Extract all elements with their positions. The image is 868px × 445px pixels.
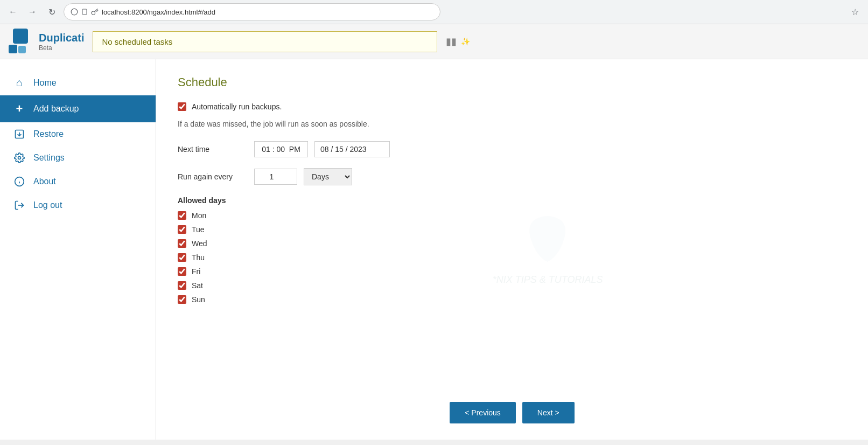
back-button[interactable]: ← [5,4,20,19]
browser-toolbar: ← → ↻ localhost:8200/ngax/index.html#/ad… [0,0,868,24]
sidebar: ⌂ Home + Add backup Restore Settings [0,59,156,440]
content-area: *NIX TIPS & TUTORIALS Schedule Automatic… [156,59,868,440]
day-label-wed: Wed [192,239,207,248]
day-checkbox-sat[interactable] [178,281,186,290]
scheduled-tasks-box: No scheduled tasks [93,31,437,52]
svg-rect-1 [82,9,87,15]
day-label-fri: Fri [192,267,200,276]
day-checkbox-fri[interactable] [178,267,186,276]
sidebar-item-about[interactable]: About [0,170,156,193]
logo-text: Duplicati Beta [39,32,84,52]
sidebar-item-home[interactable]: ⌂ Home [0,70,156,95]
reload-button[interactable]: ↻ [44,4,59,19]
auto-run-section: Automatically run backups. If a date was… [178,102,846,128]
day-row-thu: Thu [178,253,846,262]
sidebar-item-restore-label: Restore [33,129,64,139]
app-container: Duplicati Beta No scheduled tasks ▮▮ ✨ ⌂… [0,24,868,440]
page-icon [81,8,88,16]
logo-square-small-1 [9,45,17,53]
logo-square-small-2 [18,46,26,53]
sidebar-item-add-backup[interactable]: + Add backup [0,95,156,122]
next-time-label: Next time [178,145,248,154]
app-subtitle: Beta [39,44,84,52]
spinner-icon: ✨ [461,37,470,46]
day-row-sat: Sat [178,281,846,290]
day-row-fri: Fri [178,267,846,276]
day-row-wed: Wed [178,239,846,248]
sidebar-item-logout[interactable]: Log out [0,193,156,217]
day-label-mon: Mon [192,211,206,220]
next-button[interactable]: Next > [522,402,575,423]
day-label-sat: Sat [192,281,203,290]
run-again-label: Run again every [178,172,248,181]
address-bar: localhost:8200/ngax/index.html#/add [64,3,440,20]
add-icon: + [13,102,26,116]
sidebar-item-settings[interactable]: Settings [0,146,156,170]
page-title: Schedule [178,75,846,89]
about-icon [13,176,26,187]
auto-run-label: Automatically run backups. [192,102,282,111]
sidebar-item-settings-label: Settings [33,153,65,163]
day-label-thu: Thu [192,253,205,262]
day-checkbox-mon[interactable] [178,211,186,220]
day-checkbox-sun[interactable] [178,295,186,304]
top-bar: Duplicati Beta No scheduled tasks ▮▮ ✨ [0,24,868,59]
date-input[interactable] [314,141,390,157]
day-row-sun: Sun [178,295,846,304]
security-icon [71,8,78,16]
key-icon [91,8,99,16]
sidebar-item-logout-label: Log out [33,200,62,210]
settings-icon [13,152,26,163]
next-time-row: Next time [178,141,846,157]
period-select[interactable]: Days Hours Weeks Months [304,168,352,185]
auto-run-row: Automatically run backups. [178,102,846,111]
day-label-tue: Tue [192,225,205,234]
bookmark-button[interactable]: ☆ [848,4,863,19]
sidebar-item-about-label: About [33,177,56,186]
url-text: localhost:8200/ngax/index.html#/add [102,8,433,16]
day-checkbox-thu[interactable] [178,253,186,262]
pause-icon[interactable]: ▮▮ [446,36,457,47]
day-checkbox-tue[interactable] [178,225,186,234]
interval-input[interactable] [254,169,297,185]
sidebar-item-home-label: Home [33,78,57,88]
top-bar-controls: ▮▮ ✨ [446,36,470,47]
logo-square-big [13,29,28,44]
day-row-tue: Tue [178,225,846,234]
logo-icon [9,29,34,54]
time-input[interactable] [254,141,308,157]
allowed-days-label: Allowed days [178,196,846,205]
app-name: Duplicati [39,32,84,44]
sidebar-item-add-backup-label: Add backup [33,104,79,114]
logo-area: Duplicati Beta [9,29,84,54]
allowed-days-section: Allowed days Mon Tue Wed Thu [178,196,846,304]
previous-button[interactable]: < Previous [450,402,516,423]
scheduled-tasks-text: No scheduled tasks [102,37,172,46]
day-row-mon: Mon [178,211,846,220]
run-again-row: Run again every Days Hours Weeks Months [178,168,846,185]
sidebar-item-restore[interactable]: Restore [0,122,156,146]
footer-buttons: < Previous Next > [156,402,868,423]
browser-chrome: ← → ↻ localhost:8200/ngax/index.html#/ad… [0,0,868,24]
restore-icon [13,129,26,140]
auto-run-checkbox[interactable] [178,102,186,111]
day-label-sun: Sun [192,295,205,304]
missed-date-info: If a date was missed, the job will run a… [178,120,846,128]
logout-icon [13,200,26,211]
forward-button[interactable]: → [25,4,40,19]
main-layout: ⌂ Home + Add backup Restore Settings [0,59,868,440]
day-checkbox-wed[interactable] [178,239,186,248]
svg-point-3 [18,157,21,159]
home-icon: ⌂ [13,77,26,89]
svg-point-0 [71,9,78,15]
